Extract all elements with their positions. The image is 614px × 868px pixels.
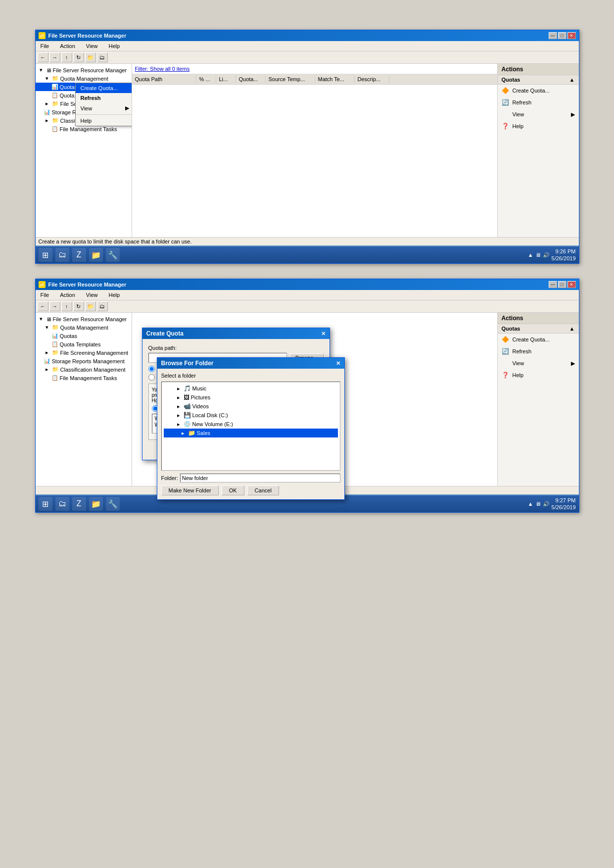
col-pct[interactable]: % ...: [196, 75, 216, 83]
tree-item-root[interactable]: ▾ 🖥 File Server Resource Manager: [36, 66, 132, 74]
refresh-toolbar-btn-2[interactable]: ↻: [73, 301, 84, 311]
menu-action-2[interactable]: Action: [57, 291, 78, 299]
tree-item-file-screening-2[interactable]: ▸ 📁 File Screening Management: [36, 348, 132, 357]
forward-btn-2[interactable]: →: [49, 301, 60, 311]
taskbar-explorer-2[interactable]: 🗂: [55, 497, 69, 511]
ctx-view-arrow: ▶: [125, 105, 129, 111]
menu-view-2[interactable]: View: [83, 291, 101, 299]
window2: 📁 File Server Resource Manager — □ ✕ Fil…: [35, 279, 579, 513]
ctx-view-label: View: [81, 105, 93, 111]
taskbar-icon2-1[interactable]: Z: [72, 248, 86, 262]
menu-view-1[interactable]: View: [83, 42, 101, 50]
actions-header-2: Actions: [498, 313, 579, 324]
refresh-toolbar-btn[interactable]: ↻: [73, 52, 84, 62]
start-btn-2[interactable]: ⊞: [39, 497, 52, 511]
systray-arrow-1[interactable]: ▲: [528, 252, 533, 258]
window2-title: File Server Resource Manager: [48, 282, 127, 288]
systray-net-icon-2: 🖥: [535, 501, 541, 507]
action-create-quota-1[interactable]: 🔶 Create Quota...: [498, 85, 579, 96]
folder-local-disk[interactable]: ▸ 💾 Local Disk (C:): [164, 411, 338, 420]
tree-item-classification-2[interactable]: ▸ 📁 Classification Management: [36, 365, 132, 374]
classification-icon: 📁: [52, 117, 59, 124]
col-li[interactable]: Li...: [216, 75, 236, 83]
taskbar-icon3-1[interactable]: 📁: [89, 248, 103, 262]
tree-item-quota-templates-2[interactable]: 📋 Quota Templates: [36, 340, 132, 348]
taskbar-icon3-2[interactable]: 📁: [89, 497, 103, 511]
ctx-refresh[interactable]: Refresh: [76, 93, 132, 103]
systray-arrow-2[interactable]: ▲: [528, 501, 533, 507]
menu-help-1[interactable]: Help: [105, 42, 123, 50]
menu-file-1[interactable]: File: [38, 42, 52, 50]
create-quota-close-btn[interactable]: ✕: [321, 331, 326, 337]
col-quota[interactable]: Quota...: [236, 75, 266, 83]
col-match-te[interactable]: Match Te...: [315, 75, 355, 83]
up-btn[interactable]: ↑: [61, 52, 72, 62]
action-refresh-2[interactable]: 🔄 Refresh: [498, 345, 579, 357]
taskbar-explorer-1[interactable]: 🗂: [55, 248, 69, 262]
filter-bar-1[interactable]: Filter: Show all 0 items: [132, 64, 497, 74]
tree-item-quota-mgmt[interactable]: ▾ 📁 Quota Management: [36, 74, 132, 83]
taskbar-icon4-2[interactable]: 🔧: [106, 497, 120, 511]
folder-btn-2[interactable]: 🗂: [97, 52, 108, 62]
action-create-quota-2[interactable]: 🔶 Create Quota...: [498, 334, 579, 345]
taskbar-icon2-2[interactable]: Z: [72, 497, 86, 511]
systray-net-icon: 🖥: [535, 252, 541, 258]
back-btn-2[interactable]: ←: [38, 301, 48, 311]
root-icon-2: 🖥: [46, 316, 51, 322]
folder-pictures-label: Pictures: [191, 394, 211, 400]
folder-music[interactable]: ▸ 🎵 Music: [164, 384, 338, 393]
radio1-input[interactable]: [148, 366, 155, 372]
make-new-folder-btn[interactable]: Make New Folder: [161, 485, 219, 495]
close-btn-2[interactable]: ✕: [567, 281, 576, 288]
folder-btn-4[interactable]: 🗂: [97, 301, 108, 311]
up-btn-2[interactable]: ↑: [61, 301, 72, 311]
toolbar-2: ← → ↑ ↻ 📁 🗂: [36, 300, 579, 313]
folder-videos[interactable]: ▸ 📹 Videos: [164, 402, 338, 411]
browse-ok-btn[interactable]: OK: [222, 485, 244, 495]
maximize-btn-2[interactable]: □: [558, 281, 567, 288]
close-btn-1[interactable]: ✕: [567, 32, 576, 39]
tree-label-quota-templates-2: Quota Templates: [60, 341, 101, 347]
browse-cancel-btn[interactable]: Cancel: [247, 485, 279, 495]
action-view-2[interactable]: View ▶: [498, 357, 579, 369]
action-help-2[interactable]: ❓ Help: [498, 369, 579, 381]
action-help-1[interactable]: ❓ Help: [498, 120, 579, 132]
browse-dialog-close-btn[interactable]: ✕: [336, 360, 340, 367]
back-btn[interactable]: ←: [38, 52, 48, 62]
pictures-expand-icon: ▸: [175, 394, 182, 401]
col-quota-path[interactable]: Quota Path: [132, 75, 196, 83]
ctx-help[interactable]: Help: [76, 116, 132, 126]
menu-action-1[interactable]: Action: [57, 42, 78, 50]
tree-item-quota-mgmt-2[interactable]: ▾ 📁 Quota Management: [36, 323, 132, 332]
start-btn-1[interactable]: ⊞: [39, 248, 52, 262]
folder-tree[interactable]: ▸ 🎵 Music ▸ 🖼 Pictures ▸: [161, 382, 340, 471]
folder-pictures[interactable]: ▸ 🖼 Pictures: [164, 393, 338, 402]
folder-name-input[interactable]: [180, 474, 340, 482]
clock-time-2: 9:27 PM: [552, 497, 576, 504]
col-descrip[interactable]: Descrip...: [355, 75, 389, 83]
forward-btn[interactable]: →: [49, 52, 60, 62]
menu-bar-1: File Action View Help: [36, 41, 579, 51]
taskbar-icon4-1[interactable]: 🔧: [106, 248, 120, 262]
menu-file-2[interactable]: File: [38, 291, 52, 299]
folder-btn-1[interactable]: 📁: [85, 52, 96, 62]
tree-item-root-2[interactable]: ▾ 🖥 File Server Resource Manager: [36, 315, 132, 323]
col-source-temp[interactable]: Source Temp...: [266, 75, 315, 83]
tree-item-file-mgmt-tasks-2[interactable]: 📋 File Management Tasks: [36, 374, 132, 382]
action-view-1[interactable]: View ▶: [498, 108, 579, 120]
folder-btn-3[interactable]: 📁: [85, 301, 96, 311]
action-refresh-label-2: Refresh: [513, 348, 532, 354]
folder-sales[interactable]: ▸ 📁 Sales: [164, 429, 338, 437]
clock-date-1: 5/26/2019: [552, 255, 576, 262]
ctx-create-quota[interactable]: Create Quota...: [76, 83, 132, 93]
ctx-view[interactable]: View ▶: [76, 103, 132, 113]
tree-item-quotas-2[interactable]: 📊 Quotas: [36, 332, 132, 340]
minimize-btn-2[interactable]: —: [549, 281, 557, 288]
maximize-btn-1[interactable]: □: [558, 32, 567, 39]
menu-help-2[interactable]: Help: [105, 291, 123, 299]
radio2-input[interactable]: [148, 374, 155, 381]
action-refresh-1[interactable]: 🔄 Refresh: [498, 96, 579, 108]
tree-item-storage-reports-2[interactable]: 📊 Storage Reports Management: [36, 357, 132, 365]
minimize-btn-1[interactable]: —: [549, 32, 557, 39]
folder-new-volume[interactable]: ▸ 💿 New Volume (E:): [164, 420, 338, 429]
